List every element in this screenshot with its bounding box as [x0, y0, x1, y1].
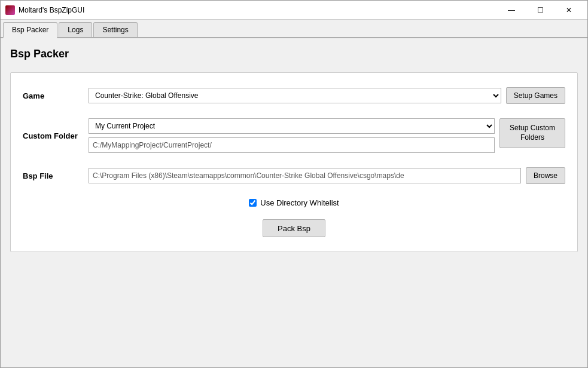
custom-folder-dropdown-row: My Current Project [89, 118, 495, 134]
bsp-file-row: Bsp File Browse [23, 167, 565, 184]
window-controls: — ☐ ✕ [498, 1, 583, 19]
game-label: Game [23, 91, 89, 100]
bsp-file-controls: Browse [89, 167, 565, 184]
bsp-file-label: Bsp File [23, 171, 89, 180]
tab-bar: Bsp Packer Logs Settings [1, 20, 587, 38]
main-window: Moltard's BspZipGUI — ☐ ✕ Bsp Packer Log… [0, 0, 588, 368]
setup-games-button[interactable]: Setup Games [506, 87, 565, 104]
close-button[interactable]: ✕ [555, 1, 583, 19]
custom-folder-label: Custom Folder [23, 131, 89, 140]
custom-folder-select[interactable]: My Current Project [89, 118, 495, 134]
maximize-button[interactable]: ☐ [526, 1, 554, 19]
game-row: Game Counter-Strike: Global Offensive Se… [23, 87, 565, 104]
game-controls: Counter-Strike: Global Offensive Setup G… [89, 87, 565, 104]
setup-custom-folders-button[interactable]: Setup Custom Folders [499, 118, 565, 148]
use-whitelist-checkbox[interactable] [249, 199, 257, 207]
use-whitelist-label: Use Directory Whitelist [260, 198, 339, 207]
minimize-button[interactable]: — [498, 1, 525, 19]
pack-bsp-button[interactable]: Pack Bsp [263, 219, 325, 237]
tab-logs[interactable]: Logs [59, 22, 92, 37]
browse-button[interactable]: Browse [526, 167, 565, 184]
content-area: Bsp Packer Game Counter-Strike: Global O… [1, 38, 587, 367]
main-panel: Game Counter-Strike: Global Offensive Se… [10, 72, 578, 252]
app-icon [5, 5, 15, 15]
whitelist-row: Use Directory Whitelist [23, 198, 565, 207]
game-select[interactable]: Counter-Strike: Global Offensive [89, 88, 501, 103]
window-title: Moltard's BspZipGUI [19, 6, 498, 14]
tab-settings[interactable]: Settings [93, 22, 137, 37]
page-title: Bsp Packer [10, 48, 578, 60]
bsp-file-input[interactable] [89, 168, 521, 183]
pack-row: Pack Bsp [23, 219, 565, 237]
custom-folder-path-input[interactable] [89, 137, 495, 153]
custom-folder-controls: My Current Project [89, 118, 495, 153]
custom-folder-path-row [89, 137, 495, 153]
tab-bsp-packer[interactable]: Bsp Packer [3, 22, 57, 38]
custom-folder-row: Custom Folder My Current Project [23, 118, 565, 153]
title-bar: Moltard's BspZipGUI — ☐ ✕ [1, 1, 587, 20]
